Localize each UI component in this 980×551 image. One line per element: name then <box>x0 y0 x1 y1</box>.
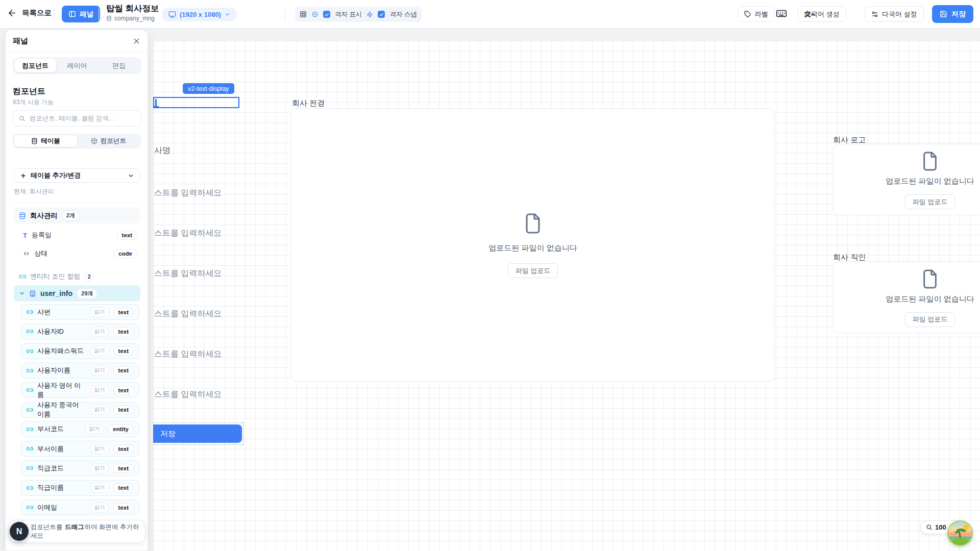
divider <box>13 202 141 202</box>
monitor-icon <box>168 11 176 18</box>
text-input-placeholder[interactable]: 스트를 입력하세요 <box>154 188 222 198</box>
tab-layers[interactable]: 레이어 <box>56 59 98 72</box>
divider <box>99 8 99 20</box>
link-icon <box>27 465 33 471</box>
tab-components[interactable]: 컴포넌트 <box>14 59 56 72</box>
joined-field-row[interactable]: 부서코드 읽기 entity <box>21 421 139 437</box>
readonly-badge: 읽기 <box>90 444 109 454</box>
joined-field-row[interactable]: 사번 읽기 text <box>21 304 139 320</box>
upload-card-company-logo[interactable]: 업로드된 파일이 없습니다 파일 업로드 <box>833 144 980 215</box>
joined-field-row[interactable]: 사용자 중국어 이름 읽기 text <box>21 402 139 418</box>
panel-button-label: 패널 <box>80 10 93 19</box>
field-row-regdate[interactable]: T 등록일 text <box>21 228 139 242</box>
readonly-badge: 읽기 <box>90 385 109 395</box>
field-label: 직급코드 <box>37 464 86 473</box>
type-badge: text <box>113 366 134 375</box>
field-label: 사용자패스워드 <box>37 346 86 356</box>
resolution-value: (980 x 551) <box>180 11 221 18</box>
joined-field-row[interactable]: 사용자ID 읽기 text <box>21 323 139 339</box>
text-input-placeholder[interactable]: 스트를 입력하세요 <box>154 268 222 279</box>
resolution-selector[interactable]: (980 x 551) <box>162 8 237 21</box>
magnifier-icon <box>926 524 933 531</box>
type-badge: text <box>117 231 137 240</box>
toggle-tables[interactable]: 테이블 <box>14 135 77 147</box>
upload-empty-text: 업로드된 파일이 없습니다 <box>488 243 577 253</box>
link-icon <box>27 445 33 452</box>
readonly-badge: 읽기 <box>90 463 109 473</box>
i18n-settings-button[interactable]: 다국어 설정 <box>865 6 924 22</box>
close-icon[interactable] <box>133 37 140 45</box>
toggle-components-label: 컴포넌트 <box>101 137 126 145</box>
chevron-down-icon[interactable] <box>19 290 25 296</box>
table-group-company[interactable]: 회사관리 2개 <box>14 208 140 223</box>
file-upload-button[interactable]: 파일 업로드 <box>905 194 955 209</box>
upload-card-company-view[interactable]: 업로드된 파일이 없습니다 파일 업로드 <box>291 108 775 382</box>
grid-show-checkbox[interactable] <box>323 11 330 18</box>
link-icon <box>27 387 33 393</box>
grid-toolbar: 격자 표시 격자 스냅 <box>295 7 422 22</box>
panel-toggle-button[interactable]: 패널 <box>62 6 100 22</box>
island-avatar[interactable] <box>947 520 973 546</box>
code-field-icon <box>23 251 30 257</box>
readonly-badge: 읽기 <box>90 483 109 493</box>
joined-field-row[interactable]: 직급코드 읽기 text <box>21 460 139 476</box>
file-upload-button[interactable]: 파일 업로드 <box>508 263 558 278</box>
text-input-placeholder[interactable]: 스트를 입력하세요 <box>154 228 222 239</box>
readonly-badge: 읽기 <box>85 424 104 434</box>
add-table-label: 테이블 추가/변경 <box>31 171 81 180</box>
search-input[interactable] <box>30 115 135 122</box>
field-label: 상태 <box>34 249 109 258</box>
count-badge: 2개 <box>62 210 80 221</box>
link-icon <box>27 504 33 511</box>
building-icon <box>29 290 36 297</box>
grid-snap-label: 격자 스냅 <box>389 10 416 19</box>
readonly-badge: 읽기 <box>90 503 109 513</box>
save-button[interactable]: 저장 <box>932 5 973 23</box>
file-icon <box>524 212 542 235</box>
field-row-status[interactable]: 상태 code <box>21 246 139 261</box>
assistant-fab[interactable]: N <box>10 522 29 541</box>
company-name-label[interactable]: 사명 <box>154 145 170 156</box>
type-badge: entity <box>108 424 134 434</box>
text-input-placeholder[interactable]: 스트를 입력하세요 <box>154 309 222 319</box>
joined-field-row[interactable]: 사용자 영어 이름 읽기 text <box>21 382 139 398</box>
keyboard-shortcuts-button[interactable] <box>775 8 788 19</box>
selected-text-display-component[interactable] <box>153 97 239 108</box>
text-input-placeholder[interactable]: 스트를 입력하세요 <box>154 349 222 360</box>
file-icon <box>921 150 939 172</box>
tab-edit[interactable]: 편집 <box>98 59 140 72</box>
panel-tabs: 컴포넌트 레이어 편집 <box>13 57 141 74</box>
file-icon <box>921 268 939 290</box>
panel-header: 패널 <box>6 30 148 53</box>
add-table-button[interactable]: 테이블 추가/변경 <box>14 168 140 183</box>
upload-card-company-stamp[interactable]: 업로드된 파일이 없습니다 파일 업로드 <box>833 261 980 333</box>
readonly-badge: 읽기 <box>90 365 109 375</box>
back-button[interactable]: 목록으로 <box>7 8 52 18</box>
canvas-save-button[interactable]: 저장 <box>153 424 242 443</box>
hint-bold: 드래그 <box>65 523 84 531</box>
text-field-icon: T <box>23 232 27 239</box>
type-badge: text <box>113 405 134 414</box>
toggle-components[interactable]: 컴포넌트 <box>77 135 140 147</box>
joined-field-row[interactable]: 부서이름 읽기 text <box>21 441 139 457</box>
link-icon <box>27 426 33 433</box>
canvas-viewport[interactable]: v2-text-display 사명 스트를 입력하세요스트를 입력하세요스트를… <box>153 41 980 551</box>
type-badge: text <box>113 386 134 395</box>
page-subtitle: company_mng <box>106 15 159 22</box>
joined-field-row[interactable]: 사용자패스워드 읽기 text <box>21 343 139 359</box>
joined-field-row[interactable]: 직급이름 읽기 text <box>21 480 139 496</box>
file-upload-button[interactable]: 파일 업로드 <box>905 312 955 327</box>
type-badge: text <box>113 346 134 356</box>
link-icon <box>27 348 33 355</box>
joined-field-row[interactable]: 이메일 읽기 text <box>21 499 139 515</box>
save-component-selection: 저장 <box>153 422 243 445</box>
label-button[interactable]: 라벨 <box>738 6 775 22</box>
type-badge: code <box>113 249 137 258</box>
text-input-placeholder[interactable]: 스트를 입력하세요 <box>154 389 222 400</box>
i18n-generate-button[interactable]: 文A 다국어 생성 <box>798 6 846 22</box>
joined-field-row[interactable]: 사용자이름 읽기 text <box>21 363 139 379</box>
grid-snap-checkbox[interactable] <box>378 11 385 18</box>
entity-join-count: 2 <box>84 272 94 282</box>
table-group-user-info[interactable]: user_info 29개 <box>14 285 140 302</box>
search-icon <box>19 115 26 122</box>
